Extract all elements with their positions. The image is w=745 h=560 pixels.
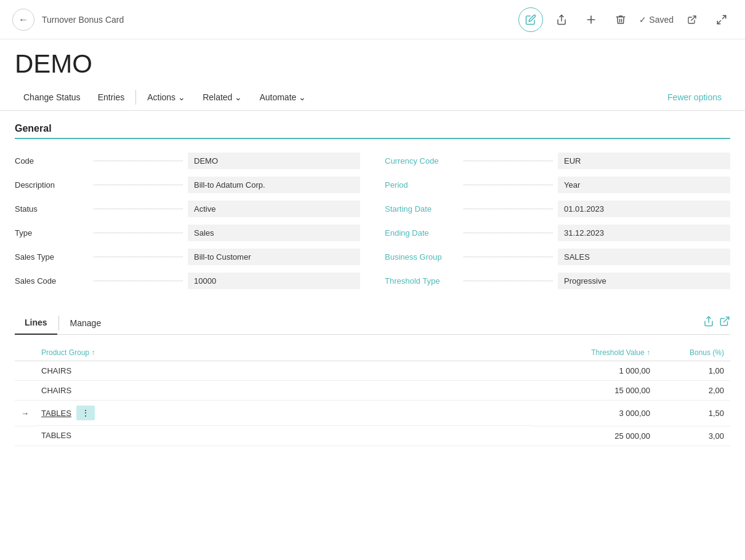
starting-date-input[interactable] xyxy=(558,201,730,217)
ending-date-input[interactable] xyxy=(558,225,730,241)
svg-line-3 xyxy=(691,16,696,20)
entries-button[interactable]: Entries xyxy=(89,86,134,108)
field-currency-code: Currency Code xyxy=(385,149,730,173)
row-menu-button[interactable]: ⋮ xyxy=(76,406,95,420)
expand-icon xyxy=(716,14,727,25)
status-input[interactable] xyxy=(188,201,360,217)
currency-code-input[interactable] xyxy=(558,153,730,169)
field-type: Type xyxy=(15,221,360,245)
form-grid: Code Description Status xyxy=(15,149,730,293)
tab-actions xyxy=(703,316,730,330)
table-row[interactable]: CHAIRS15 000,002,00 xyxy=(15,381,730,401)
breadcrumb: Turnover Bonus Card xyxy=(42,15,124,25)
tab-lines[interactable]: Lines xyxy=(15,311,57,335)
related-button[interactable]: Related ⌄ xyxy=(194,86,251,108)
saved-status: ✓ Saved xyxy=(639,15,674,25)
change-status-button[interactable]: Change Status xyxy=(15,86,89,108)
description-input[interactable] xyxy=(188,177,360,193)
table-row[interactable]: TABLES25 000,003,00 xyxy=(15,426,730,446)
row-threshold-value: 3 000,00 xyxy=(533,401,656,426)
col-product-group-header[interactable]: Product Group ↑ xyxy=(35,345,533,361)
tab-separator xyxy=(58,316,59,330)
form-right-column: Currency Code Period Starting Date xyxy=(385,149,730,293)
expand-button[interactable] xyxy=(711,9,733,31)
row-arrow: → xyxy=(15,401,35,426)
row-bonus: 1,50 xyxy=(656,401,730,426)
table-share-icon xyxy=(703,316,714,327)
field-description: Description xyxy=(15,173,360,197)
field-status: Status xyxy=(15,197,360,221)
fewer-options-button[interactable]: Fewer options xyxy=(659,86,730,108)
page-title: DEMO xyxy=(15,49,730,79)
field-code: Code xyxy=(15,149,360,173)
row-bonus: 1,00 xyxy=(656,361,730,381)
field-starting-date: Starting Date xyxy=(385,197,730,221)
actions-button[interactable]: Actions ⌄ xyxy=(139,86,194,108)
row-product-group[interactable]: TABLES⋮ xyxy=(35,401,533,426)
product-group-link[interactable]: TABLES xyxy=(41,409,71,418)
row-bonus: 2,00 xyxy=(656,381,730,401)
general-section-title: General xyxy=(15,123,730,139)
external-link-button[interactable] xyxy=(681,9,703,31)
field-sales-code: Sales Code xyxy=(15,269,360,293)
trash-icon xyxy=(615,14,626,25)
back-button[interactable]: ← xyxy=(12,9,34,31)
col-bonus-header[interactable]: Bonus (%) xyxy=(656,345,730,361)
table-row[interactable]: CHAIRS1 000,001,00 xyxy=(15,361,730,381)
delete-button[interactable] xyxy=(610,9,632,31)
pencil-icon xyxy=(525,14,536,25)
share-button[interactable] xyxy=(550,9,573,31)
row-arrow xyxy=(15,426,35,446)
business-group-input[interactable] xyxy=(558,249,730,265)
sales-code-input[interactable] xyxy=(188,273,360,289)
row-product-group[interactable]: CHAIRS xyxy=(35,361,533,381)
field-period: Period xyxy=(385,173,730,197)
col-threshold-value-header[interactable]: Threshold Value ↑ xyxy=(533,345,656,361)
col-arrow-header xyxy=(15,345,35,361)
row-product-group[interactable]: TABLES xyxy=(35,426,533,446)
sales-type-input[interactable] xyxy=(188,249,360,265)
lines-section: Lines Manage xyxy=(15,311,730,446)
sort-icon: ↑ xyxy=(91,348,95,357)
automate-button[interactable]: Automate ⌄ xyxy=(251,86,315,108)
row-product-group[interactable]: CHAIRS xyxy=(35,381,533,401)
action-separator xyxy=(135,90,136,105)
add-button[interactable] xyxy=(580,9,602,31)
sort-icon-threshold: ↑ xyxy=(646,348,650,357)
row-threshold-value: 15 000,00 xyxy=(533,381,656,401)
svg-line-7 xyxy=(724,317,729,322)
related-chevron-icon: ⌄ xyxy=(235,92,242,102)
edit-button[interactable] xyxy=(518,7,543,32)
table-share-button[interactable] xyxy=(703,316,714,330)
automate-chevron-icon: ⌄ xyxy=(299,92,306,102)
tab-manage[interactable]: Manage xyxy=(60,312,111,334)
field-ending-date: Ending Date xyxy=(385,221,730,245)
general-section: General Code Description Status xyxy=(15,123,730,293)
period-input[interactable] xyxy=(558,177,730,193)
field-business-group: Business Group xyxy=(385,245,730,269)
share-icon xyxy=(556,14,567,25)
main-content: General Code Description Status xyxy=(0,111,745,560)
external-link-icon xyxy=(687,15,697,25)
row-threshold-value: 25 000,00 xyxy=(533,426,656,446)
code-input[interactable] xyxy=(188,153,360,169)
plus-icon xyxy=(585,14,597,26)
row-arrow xyxy=(15,381,35,401)
row-arrow xyxy=(15,361,35,381)
table-expand-icon xyxy=(719,316,730,327)
actions-chevron-icon: ⌄ xyxy=(178,92,185,102)
sub-tabs: Lines Manage xyxy=(15,311,730,335)
threshold-type-input[interactable] xyxy=(558,273,730,289)
svg-line-4 xyxy=(723,15,726,18)
field-threshold-type: Threshold Type xyxy=(385,269,730,293)
form-left-column: Code Description Status xyxy=(15,149,360,293)
table-row[interactable]: →TABLES⋮3 000,001,50 xyxy=(15,401,730,426)
svg-line-5 xyxy=(717,20,720,23)
table-expand-button[interactable] xyxy=(719,316,730,330)
lines-table: Product Group ↑ Threshold Value ↑ Bonus … xyxy=(15,345,730,446)
row-threshold-value: 1 000,00 xyxy=(533,361,656,381)
field-sales-type: Sales Type xyxy=(15,245,360,269)
row-bonus: 3,00 xyxy=(656,426,730,446)
type-input[interactable] xyxy=(188,225,360,241)
